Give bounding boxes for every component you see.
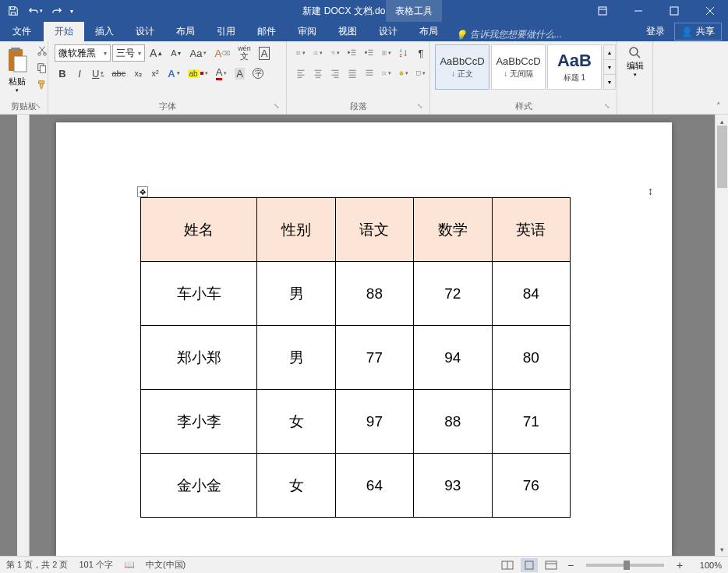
paragraph-launcher[interactable]: ⤡ (415, 102, 425, 111)
asian-layout-button[interactable]: ▾ (379, 44, 394, 62)
table-cell[interactable]: 72 (414, 262, 492, 326)
styles-scroll-up[interactable]: ▴ (604, 45, 615, 60)
format-painter-button[interactable] (34, 77, 50, 93)
cut-button[interactable] (34, 43, 50, 58)
phonetic-guide-button[interactable]: wén文 (235, 44, 254, 62)
table-cell[interactable]: 男 (257, 262, 335, 326)
paste-button[interactable]: 粘贴 ▾ (3, 43, 31, 95)
clear-formatting-button[interactable]: A⌫ (211, 44, 233, 62)
tab-layout[interactable]: 布局 (165, 22, 206, 41)
find-button[interactable]: 编辑 ▾ (625, 43, 645, 81)
bold-button[interactable]: B (55, 65, 70, 82)
clipboard-launcher[interactable]: ⤡ (34, 102, 43, 111)
table-cell[interactable]: 88 (335, 262, 413, 326)
zoom-level[interactable]: 100% (691, 561, 722, 570)
web-layout-button[interactable] (542, 558, 560, 572)
save-button[interactable] (3, 2, 23, 20)
zoom-out-button[interactable]: − (564, 560, 577, 571)
read-mode-button[interactable] (499, 558, 516, 572)
table-header-cell[interactable]: 英语 (492, 198, 570, 262)
tab-view[interactable]: 视图 (327, 22, 368, 41)
align-center-button[interactable] (310, 65, 326, 82)
qat-customize-button[interactable]: ▾ (69, 2, 75, 20)
tab-references[interactable]: 引用 (206, 22, 246, 41)
table-cell[interactable]: 88 (414, 390, 492, 454)
table-move-handle[interactable]: ✥ (137, 186, 148, 197)
underline-button[interactable]: U▾ (89, 65, 107, 82)
tab-insert[interactable]: 插入 (84, 22, 125, 41)
subscript-button[interactable]: x₂ (130, 65, 146, 82)
table-header-cell[interactable]: 语文 (335, 198, 413, 262)
character-shading-button[interactable]: A (231, 65, 248, 82)
page[interactable]: ✥ ↕ 姓名 性别 语文 数学 英语 车小车男887284郑小郑男779480李… (56, 122, 672, 556)
word-count[interactable]: 101 个字 (79, 559, 112, 571)
table-cell[interactable]: 64 (335, 454, 413, 518)
character-border-button[interactable]: A (256, 44, 274, 62)
numbering-button[interactable]: 123▾ (310, 44, 326, 62)
font-size-combo[interactable]: 三号▾ (112, 44, 145, 62)
table-cell[interactable]: 77 (335, 326, 413, 390)
sort-button[interactable]: AZ (396, 44, 412, 62)
bullets-button[interactable]: ▾ (293, 44, 309, 62)
change-case-button[interactable]: Aa▾ (187, 44, 210, 62)
scroll-thumb[interactable] (717, 126, 727, 188)
align-right-button[interactable] (327, 65, 343, 82)
line-spacing-button[interactable]: ▾ (379, 65, 394, 82)
text-effects-button[interactable]: A▾ (164, 65, 182, 82)
font-name-combo[interactable]: 微软雅黑▾ (55, 44, 111, 62)
table-cell[interactable]: 男 (257, 326, 335, 390)
tab-mailings[interactable]: 邮件 (246, 22, 287, 41)
shading-button[interactable]: ▾ (396, 65, 412, 82)
collapse-ribbon-button[interactable]: ˄ (712, 100, 725, 112)
tab-table-design[interactable]: 设计 (368, 22, 408, 41)
show-marks-button[interactable]: ¶ (413, 44, 429, 62)
close-button[interactable] (692, 0, 728, 22)
redo-button[interactable] (47, 2, 67, 20)
style-normal[interactable]: AaBbCcD ↓ 正文 (435, 44, 489, 90)
highlight-button[interactable]: ab▾ (185, 65, 211, 82)
maximize-button[interactable] (656, 0, 692, 22)
superscript-button[interactable]: x² (147, 65, 163, 82)
table-cell[interactable]: 94 (414, 326, 492, 390)
language-status[interactable]: 中文(中国) (146, 559, 186, 571)
tab-home[interactable]: 开始 (44, 22, 84, 41)
styles-scroll-down[interactable]: ▾ (604, 60, 615, 75)
table-cell[interactable]: 76 (492, 454, 570, 518)
table-cell[interactable]: 车小车 (141, 262, 257, 326)
data-table[interactable]: 姓名 性别 语文 数学 英语 车小车男887284郑小郑男779480李小李女9… (140, 197, 571, 518)
undo-button[interactable]: ▾ (25, 2, 45, 20)
object-anchor-icon[interactable]: ↕ (648, 185, 653, 197)
table-cell[interactable]: 女 (257, 390, 335, 454)
zoom-slider[interactable] (586, 564, 664, 567)
copy-button[interactable] (34, 60, 50, 76)
enclose-characters-button[interactable]: 字 (249, 65, 267, 82)
print-layout-button[interactable] (521, 558, 538, 572)
increase-indent-button[interactable] (362, 44, 377, 62)
shrink-font-button[interactable]: A▼ (168, 44, 185, 62)
borders-button[interactable]: ▾ (413, 65, 429, 82)
ribbon-display-button[interactable] (585, 0, 620, 22)
table-cell[interactable]: 金小金 (141, 454, 257, 518)
align-left-button[interactable] (293, 65, 309, 82)
spellcheck-icon[interactable]: 📖 (124, 560, 135, 570)
font-color-button[interactable]: A▾ (213, 65, 231, 82)
table-cell[interactable]: 80 (492, 326, 570, 390)
table-cell[interactable]: 93 (414, 454, 492, 518)
table-cell[interactable]: 97 (335, 390, 413, 454)
font-launcher[interactable]: ⤡ (272, 102, 281, 111)
grow-font-button[interactable]: A▲ (147, 44, 166, 62)
vertical-scrollbar[interactable]: ▴ ▾ (715, 115, 728, 556)
share-button[interactable]: 👤 共享 (674, 23, 722, 41)
italic-button[interactable]: I (72, 65, 87, 82)
minimize-button[interactable] (620, 0, 656, 22)
table-header-cell[interactable]: 姓名 (141, 198, 257, 262)
decrease-indent-button[interactable] (345, 44, 360, 62)
scroll-down-button[interactable]: ▾ (716, 543, 728, 556)
strikethrough-button[interactable]: abc (108, 65, 129, 82)
style-heading-1[interactable]: AaB 标题 1 (547, 44, 602, 90)
zoom-in-button[interactable]: + (673, 560, 686, 571)
justify-button[interactable] (345, 65, 360, 82)
tab-table-layout[interactable]: 布局 (408, 22, 449, 41)
zoom-slider-thumb[interactable] (624, 561, 630, 570)
table-cell[interactable]: 李小李 (141, 390, 257, 454)
